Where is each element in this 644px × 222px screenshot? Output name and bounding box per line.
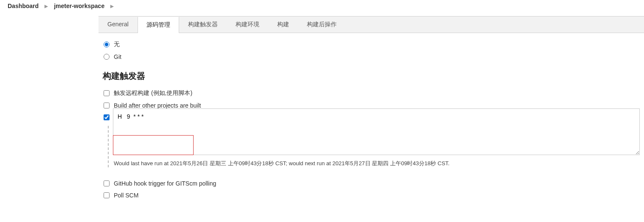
checkbox-github-hook[interactable]: [104, 180, 110, 186]
config-panel: 无 Git 构建触发器 触发远程构建 (例如,使用脚本) Build after…: [98, 33, 644, 210]
tab-post-build[interactable]: 构建后操作: [298, 17, 346, 33]
radio-git[interactable]: [104, 54, 110, 60]
scm-none-label: 无: [114, 41, 120, 48]
checkbox-trigger-remote[interactable]: [104, 90, 110, 96]
config-content: General 源码管理 构建触发器 构建环境 构建 构建后操作 无 Git 构…: [98, 16, 644, 210]
triggers-section-title: 构建触发器: [103, 70, 640, 82]
trigger-poll-scm-label: Poll SCM: [114, 192, 138, 199]
trigger-github-hook-label: GitHub hook trigger for GITScm polling: [114, 180, 216, 187]
tab-general[interactable]: General: [98, 17, 138, 33]
tab-build-environment[interactable]: 构建环境: [227, 17, 268, 33]
breadcrumb-item-dashboard[interactable]: Dashboard: [5, 3, 41, 9]
trigger-remote[interactable]: 触发远程构建 (例如,使用脚本): [103, 87, 640, 100]
tab-build[interactable]: 构建: [268, 17, 298, 33]
tab-scm[interactable]: 源码管理: [138, 17, 179, 33]
schedule-hint: Would last have run at 2021年5月26日 星期三 上午…: [114, 160, 640, 167]
scm-option-git[interactable]: Git: [103, 51, 640, 63]
config-tabs: General 源码管理 构建触发器 构建环境 构建 构建后操作: [98, 16, 644, 33]
checkbox-poll-scm[interactable]: [104, 192, 110, 198]
tab-build-triggers[interactable]: 构建触发器: [179, 17, 227, 33]
schedule-input[interactable]: [113, 108, 640, 155]
schedule-block: 日程表 Would last have run at 2021年5月26日 星期…: [108, 126, 640, 167]
scm-option-none[interactable]: 无: [103, 38, 640, 51]
scm-git-label: Git: [114, 53, 121, 60]
breadcrumb: Dashboard ▶ jmeter-workspace ▶: [0, 0, 644, 12]
trigger-remote-label: 触发远程构建 (例如,使用脚本): [114, 89, 192, 97]
checkbox-after-projects[interactable]: [104, 103, 110, 108]
trigger-github-hook[interactable]: GitHub hook trigger for GITScm polling: [103, 178, 640, 189]
checkbox-periodically[interactable]: [104, 114, 110, 120]
chevron-right-icon: ▶: [107, 4, 117, 8]
breadcrumb-item-workspace[interactable]: jmeter-workspace: [51, 3, 107, 9]
trigger-after-projects-label: Build after other projects are built: [114, 102, 201, 109]
radio-none[interactable]: [104, 42, 110, 47]
trigger-poll-scm[interactable]: Poll SCM: [103, 189, 640, 201]
chevron-right-icon: ▶: [41, 4, 51, 8]
